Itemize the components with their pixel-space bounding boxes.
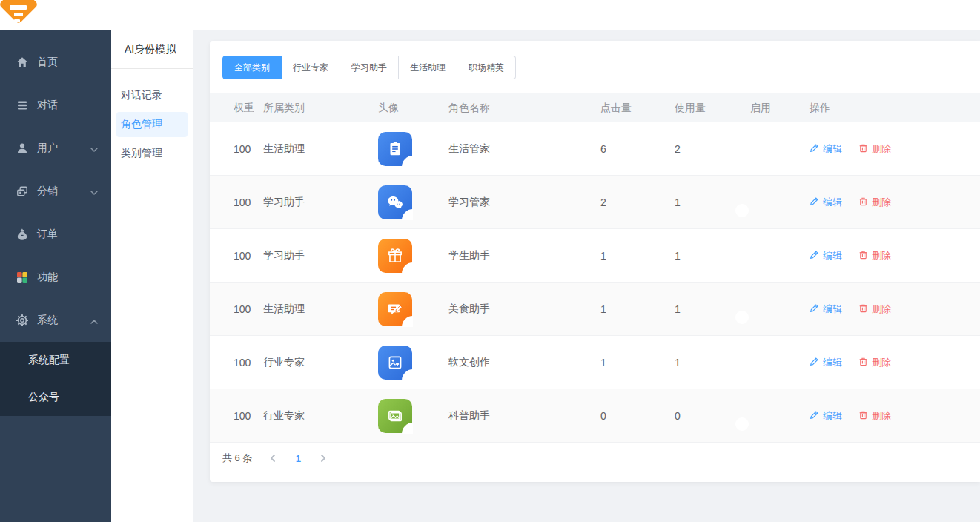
chevron-down-icon bbox=[90, 185, 98, 197]
sidebar-subitem-1[interactable]: 公众号 bbox=[0, 379, 111, 416]
delete-icon bbox=[858, 357, 868, 369]
table-row: 100 行业专家 科普助手 0 0 编辑 删除 bbox=[210, 389, 980, 443]
edit-label: 编辑 bbox=[823, 409, 842, 423]
gift-avatar-icon bbox=[378, 239, 412, 273]
edit-button[interactable]: 编辑 bbox=[810, 196, 842, 209]
tab-4[interactable]: 职场精英 bbox=[457, 56, 516, 79]
sidebar-item-6[interactable]: 系统 bbox=[0, 299, 111, 342]
delete-button[interactable]: 删除 bbox=[858, 356, 891, 369]
delete-button[interactable]: 删除 bbox=[858, 303, 891, 316]
top-bar bbox=[0, 0, 980, 30]
cell-role-name: 美食助手 bbox=[448, 303, 600, 316]
sidebar-item-0[interactable]: 首页 bbox=[0, 41, 111, 84]
edit-icon bbox=[810, 410, 819, 422]
document-avatar-icon bbox=[378, 132, 412, 166]
sidebar-item-3[interactable]: 分销 bbox=[0, 170, 111, 213]
cell-clicks: 1 bbox=[600, 250, 675, 262]
edit-icon bbox=[810, 357, 819, 369]
table-row: 100 行业专家 软文创作 1 1 编辑 删除 bbox=[210, 336, 980, 389]
cell-role-name: 学生助手 bbox=[448, 249, 600, 262]
delete-button[interactable]: 删除 bbox=[858, 409, 891, 423]
cell-role-name: 学习管家 bbox=[448, 196, 600, 209]
pagination: 共 6 条 1 bbox=[222, 446, 332, 470]
delete-label: 删除 bbox=[872, 303, 891, 316]
sidebar-item-2[interactable]: 用户 bbox=[0, 127, 111, 170]
tab-3[interactable]: 生活助理 bbox=[399, 56, 457, 79]
distribution-icon bbox=[16, 185, 29, 198]
sidebar-item-label: 首页 bbox=[37, 56, 58, 69]
edit-button[interactable]: 编辑 bbox=[810, 142, 842, 156]
cell-weight: 100 bbox=[234, 410, 263, 422]
edit-button[interactable]: 编辑 bbox=[810, 303, 842, 316]
cell-weight: 100 bbox=[234, 143, 263, 155]
delete-button[interactable]: 删除 bbox=[858, 249, 891, 262]
edit-button[interactable]: 编辑 bbox=[810, 409, 842, 423]
delete-button[interactable]: 删除 bbox=[858, 196, 891, 209]
column-header: 启用 bbox=[750, 102, 810, 115]
panel-item-1[interactable]: 角色管理 bbox=[116, 112, 188, 137]
sidebar-subitem-0[interactable]: 系统配置 bbox=[0, 342, 111, 379]
edit-label: 编辑 bbox=[823, 249, 842, 262]
edit-icon bbox=[810, 303, 819, 315]
features-icon bbox=[16, 271, 29, 284]
delete-icon bbox=[858, 410, 868, 422]
delete-button[interactable]: 删除 bbox=[858, 142, 891, 156]
delete-icon bbox=[858, 196, 868, 208]
sidebar-item-label: 对话 bbox=[37, 99, 58, 112]
cell-category: 行业专家 bbox=[263, 356, 378, 369]
panel-item-2[interactable]: 类别管理 bbox=[116, 141, 188, 166]
sidebar-subitem-label: 系统配置 bbox=[28, 354, 70, 367]
pagination-total: 共 6 条 bbox=[222, 452, 252, 465]
prev-page-button[interactable] bbox=[264, 449, 282, 467]
tab-1[interactable]: 行业专家 bbox=[282, 56, 340, 79]
category-tabs: 全部类别行业专家学习助手生活助理职场精英 bbox=[222, 56, 516, 79]
sidebar-submenu: 系统配置公众号 bbox=[0, 342, 111, 416]
edit-label: 编辑 bbox=[823, 356, 842, 369]
cell-category: 生活助理 bbox=[263, 142, 378, 156]
sidebar-item-label: 分销 bbox=[37, 185, 58, 198]
tab-2[interactable]: 学习助手 bbox=[340, 56, 399, 79]
cell-role-name: 科普助手 bbox=[448, 409, 600, 423]
chat-avatar-icon bbox=[378, 185, 412, 219]
next-page-button[interactable] bbox=[314, 449, 332, 467]
home-icon bbox=[16, 56, 29, 69]
table-row: 100 生活助理 美食助手 1 1 编辑 删除 bbox=[210, 283, 980, 336]
panel-item-0[interactable]: 对话记录 bbox=[116, 83, 188, 108]
column-header: 所属类别 bbox=[263, 102, 378, 115]
cell-role-name: 软文创作 bbox=[448, 356, 600, 369]
cell-category: 行业专家 bbox=[263, 409, 378, 423]
cell-category: 学习助手 bbox=[263, 249, 378, 262]
cell-clicks: 1 bbox=[600, 357, 675, 369]
sidebar-subitem-label: 公众号 bbox=[28, 391, 59, 404]
cell-weight: 100 bbox=[234, 196, 263, 208]
cell-weight: 100 bbox=[234, 303, 263, 315]
sidebar-item-4[interactable]: 订单 bbox=[0, 213, 111, 256]
page-number[interactable]: 1 bbox=[289, 449, 307, 467]
column-header: 使用量 bbox=[675, 102, 750, 115]
cell-category: 学习助手 bbox=[263, 196, 378, 209]
tab-0[interactable]: 全部类别 bbox=[222, 56, 282, 79]
cell-category: 生活助理 bbox=[263, 303, 378, 316]
gem-logo-bars bbox=[0, 0, 37, 30]
system-icon bbox=[16, 314, 29, 327]
delete-label: 删除 bbox=[872, 196, 891, 209]
panel-item-label: 角色管理 bbox=[121, 118, 162, 131]
main-content: 全部类别行业专家学习助手生活助理职场精英 权重所属类别头像角色名称点击量使用量启… bbox=[193, 30, 980, 522]
sidebar-item-1[interactable]: 对话 bbox=[0, 84, 111, 127]
sidebar-item-label: 功能 bbox=[37, 271, 58, 284]
content-card: 全部类别行业专家学习助手生活助理职场精英 权重所属类别头像角色名称点击量使用量启… bbox=[210, 41, 980, 482]
edit-icon bbox=[810, 250, 819, 262]
order-icon bbox=[16, 228, 29, 241]
dialog-icon bbox=[16, 99, 29, 112]
sidebar-item-5[interactable]: 功能 bbox=[0, 256, 111, 299]
table-row: 100 学习助手 学生助手 1 1 编辑 删除 bbox=[210, 229, 980, 283]
cell-role-name: 生活管家 bbox=[448, 142, 600, 156]
edit-button[interactable]: 编辑 bbox=[810, 249, 842, 262]
edit-icon bbox=[810, 196, 819, 208]
sidebar-item-label: 用户 bbox=[37, 142, 58, 155]
table-row: 100 生活助理 生活管家 6 2 编辑 删除 bbox=[210, 122, 980, 176]
delete-label: 删除 bbox=[872, 249, 891, 262]
edit-button[interactable]: 编辑 bbox=[810, 356, 842, 369]
tab-label: 学习助手 bbox=[351, 62, 387, 74]
column-header: 操作 bbox=[810, 102, 980, 115]
